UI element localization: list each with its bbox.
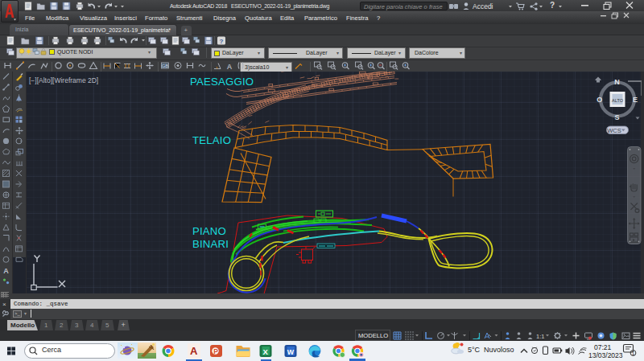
svg-text:A: A	[227, 63, 233, 71]
svg-text:A: A	[3, 267, 9, 275]
svg-text:?: ?	[220, 38, 224, 45]
svg-text:GB: GB	[162, 64, 169, 68]
